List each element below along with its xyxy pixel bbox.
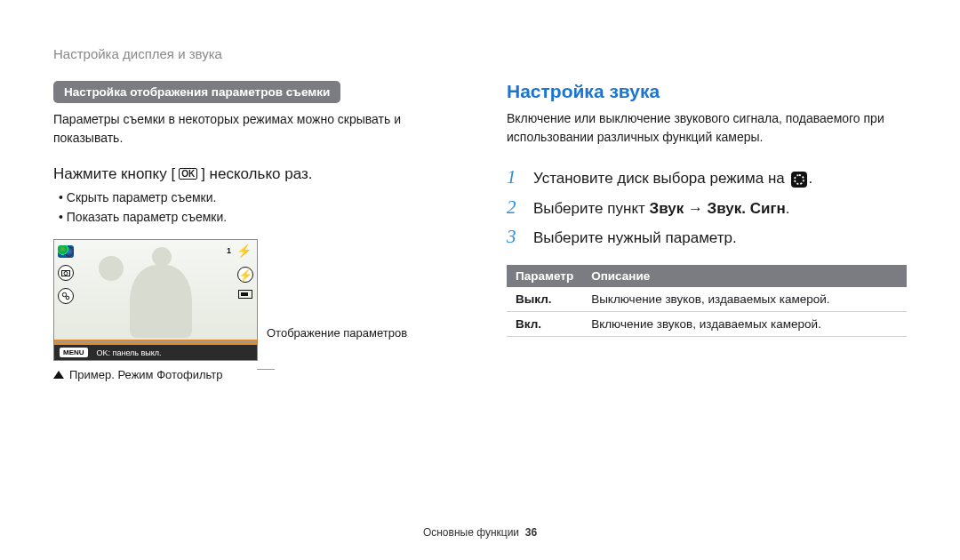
- table-row: Вкл. Включение звуков, издаваемых камеро…: [507, 311, 907, 336]
- table-row: Выкл. Выключение звуков, издаваемых каме…: [507, 287, 907, 312]
- flash-circle-icon: ⚡: [237, 267, 253, 283]
- silhouette-graphic: [116, 247, 201, 336]
- svg-point-2: [62, 293, 66, 297]
- svg-point-3: [66, 297, 69, 300]
- footer-label: Основные функции: [423, 526, 519, 539]
- th-desc: Описание: [582, 265, 907, 287]
- svg-point-1: [64, 272, 68, 276]
- step-item: 1 Установите диск выбора режима на .: [507, 163, 907, 193]
- lcd-hint-text: OK: панель выкл.: [97, 348, 162, 357]
- right-column: Настройка звука Включение или выключение…: [507, 81, 907, 381]
- content-columns: Настройка отображения параметров съемки …: [53, 81, 907, 381]
- bullet-item: Скрыть параметр съемки.: [59, 188, 453, 208]
- press-instruction: Нажмите кнопку [ OK ] несколько раз.: [53, 165, 453, 183]
- instr-post: ] несколько раз.: [201, 165, 312, 183]
- step-item: 3 Выберите нужный параметр.: [507, 222, 907, 252]
- step-list: 1 Установите диск выбора режима на . 2 В…: [507, 163, 907, 252]
- cell-param: Выкл.: [507, 287, 582, 312]
- cell-desc: Выключение звуков, издаваемых камерой.: [582, 287, 907, 312]
- caption-text: Пример. Режим Фотофильтр: [69, 368, 223, 381]
- step-number: 2: [507, 193, 521, 223]
- table-header-row: Параметр Описание: [507, 265, 907, 287]
- step-number: 3: [507, 222, 521, 252]
- lcd-figure-wrap: 1 ⚡ ⚡: [53, 239, 453, 361]
- th-param: Параметр: [507, 265, 582, 287]
- t: .: [786, 200, 790, 217]
- page-footer: Основные функции 36: [0, 526, 960, 539]
- menu-badge: MENU: [60, 348, 88, 357]
- lcd-left-icons: [58, 245, 74, 304]
- cell-desc: Включение звуков, издаваемых камерой.: [582, 311, 907, 336]
- shot-count: 1: [227, 246, 231, 255]
- step-text-pre: Установите диск выбора режима на: [533, 170, 789, 187]
- step-text: Установите диск выбора режима на .: [533, 166, 812, 190]
- callout-connector: [257, 369, 275, 370]
- menu-path-bold: Звук. Сигн: [708, 200, 786, 217]
- arrow-sep: →: [684, 200, 707, 217]
- section-title-pill: Настройка отображения параметров съемки: [53, 81, 340, 103]
- cell-param: Вкл.: [507, 311, 582, 336]
- step-number: 1: [507, 163, 521, 193]
- right-body: Включение или выключение звукового сигна…: [507, 109, 907, 147]
- step-item: 2 Выберите пункт Звук → Звук. Сигн.: [507, 193, 907, 223]
- menu-path-bold: Звук: [650, 200, 684, 217]
- page-header: Настройка дисплея и звука: [53, 46, 907, 61]
- camera-lcd: 1 ⚡ ⚡: [53, 239, 258, 361]
- bullet-list: Скрыть параметр съемки. Показать парамет…: [53, 188, 453, 227]
- left-column: Настройка отображения параметров съемки …: [53, 81, 453, 381]
- param-table: Параметр Описание Выкл. Выключение звуко…: [507, 265, 907, 337]
- caption-marker-icon: [53, 371, 64, 379]
- filter-strip: [56, 341, 255, 343]
- step-text-post: .: [809, 170, 813, 187]
- figure-caption: Пример. Режим Фотофильтр: [53, 368, 453, 381]
- camera-icon: [58, 265, 74, 281]
- step-text: Выберите пункт Звук → Звук. Сигн.: [533, 196, 790, 220]
- step-text: Выберите нужный параметр.: [533, 226, 737, 250]
- flash-icon: ⚡: [236, 244, 252, 258]
- instr-pre: Нажмите кнопку [: [53, 165, 175, 183]
- scene-mode-icon: [58, 245, 74, 258]
- lcd-preview: 1 ⚡ ⚡: [54, 240, 257, 340]
- right-heading: Настройка звука: [507, 81, 907, 102]
- gears-icon: [58, 288, 74, 304]
- section-body: Параметры съемки в некоторых режимах мож…: [53, 110, 453, 148]
- callout-label: Отображение параметров: [267, 326, 407, 361]
- page-number: 36: [525, 526, 537, 539]
- mode-dial-settings-icon: [791, 172, 807, 188]
- t: Выберите пункт: [533, 200, 650, 217]
- bullet-item: Показать параметр съемки.: [59, 208, 453, 228]
- ok-key-icon: OK: [179, 168, 197, 180]
- aspect-icon: [238, 290, 252, 299]
- lcd-bottom-bar: MENU OK: панель выкл.: [54, 345, 257, 360]
